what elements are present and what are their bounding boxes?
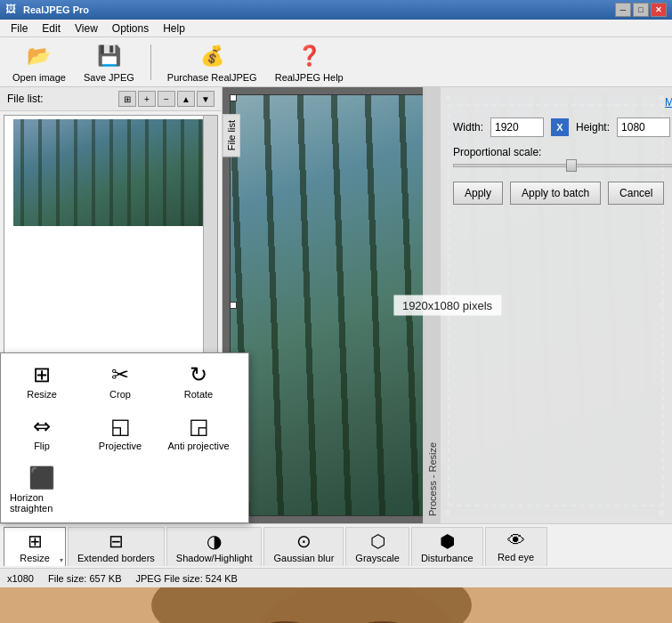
width-input[interactable] [490,117,544,137]
process-resize-panel: Process - Resize More >> Width: X Height… [423,87,672,523]
file-list-down-btn[interactable]: ▼ [197,91,215,107]
drop-rotate[interactable]: ↻ Rotate [163,359,234,403]
tab-red-eye-icon: 👁 [507,530,525,551]
dropdown-menu: ⊞ Resize ✂ Crop ↻ Rotate ⇔ Flip ◱ Projec… [0,352,249,523]
status-jpeg-size: JPEG File size: 524 KB [136,573,238,584]
image-canvas-area: File list 1920x1080 pixels Process - Res… [223,87,672,523]
drop-crop-icon: ✂ [111,362,129,387]
minimize-button[interactable]: ─ [615,3,631,17]
file-list-header: File list: ⊞ + − ▲ ▼ [0,87,222,111]
file-list-label: File list: [7,93,44,105]
file-list-vertical-tab[interactable]: File list [223,114,240,157]
file-thumbnail[interactable] [13,119,209,226]
height-label: Height: [576,121,610,134]
tab-resize-arrow: ▾ [60,556,63,564]
tab-shadow-icon: ◑ [206,530,222,552]
app-title: RealJPEG Pro [23,4,615,15]
tab-disturbance-icon: ⬢ [440,530,455,552]
save-jpeg-button[interactable]: 💾 Save JPEG [78,40,140,85]
dimensions-row: Width: X Height: pixels [453,117,672,137]
drop-flip-label: Flip [34,441,50,451]
status-bar: x1080 File size: 657 KB JPEG File size: … [0,568,672,587]
tab-ext-borders-icon: ⊟ [109,530,124,552]
drop-projective-label: Projective [99,441,142,451]
purchase-label: Purchase RealJPEG [167,72,257,83]
purchase-icon: 💰 [198,42,226,70]
menu-file[interactable]: File [4,20,35,36]
help-button[interactable]: ❓ RealJPEG Help [270,40,349,85]
process-panel-label: Process - Resize [424,87,441,523]
maximize-button[interactable]: □ [633,3,649,17]
open-image-button[interactable]: 📂 Open image [7,40,71,85]
tab-resize-label: Resize [20,553,50,563]
drop-resize-icon: ⊞ [33,362,51,387]
menu-options[interactable]: Options [105,20,156,36]
drop-resize[interactable]: ⊞ Resize [6,359,77,403]
tab-gaussian-blur[interactable]: ⊙ Gaussian blur [263,527,344,566]
tab-red-eye[interactable]: 👁 Red eye [485,527,547,566]
drop-anti-projective-icon: ◲ [189,414,209,439]
width-label: Width: [453,121,483,134]
save-jpeg-label: Save JPEG [84,72,134,83]
main-toolbar: 📂 Open image 💾 Save JPEG 💰 Purchase Real… [0,37,672,87]
resize-handle-tl[interactable] [230,94,237,101]
file-list-up-btn[interactable]: ▲ [177,91,195,107]
proportional-scale-section: Proportional scale: [453,146,672,173]
menu-view[interactable]: View [68,20,105,36]
file-list-add-btn[interactable]: + [138,91,156,107]
tab-red-eye-label: Red eye [498,552,534,562]
drop-rotate-icon: ↻ [190,362,207,387]
scale-slider-thumb[interactable] [566,159,577,172]
tab-gaussian-label: Gaussian blur [273,553,334,563]
tab-shadow-highlight[interactable]: ◑ Shadow/Highlight [166,527,263,566]
drop-projective-icon: ◱ [110,414,131,439]
proportional-scale-label: Proportional scale: [453,146,672,158]
status-resolution: x1080 [7,573,34,584]
file-list-toolbar: ⊞ + − ▲ ▼ [118,91,215,107]
tab-shadow-label: Shadow/Highlight [176,553,253,563]
tab-extended-borders[interactable]: ⊟ Extended borders [68,527,165,566]
status-file-size: File size: 657 KB [48,573,122,584]
scale-slider-track[interactable] [453,164,672,167]
tab-grayscale-icon: ⬡ [370,530,385,552]
resize-controls: More >> Width: X Height: pixels Proporti… [441,87,672,523]
toolbar-separator [150,44,151,80]
menu-help[interactable]: Help [156,20,192,36]
drop-crop[interactable]: ✂ Crop [85,359,156,403]
drop-crop-label: Crop [109,389,131,400]
apply-to-batch-button[interactable]: Apply to batch [510,182,601,205]
tab-disturbance[interactable]: ⬢ Disturbance [411,527,483,566]
more-button[interactable]: More >> [665,96,672,109]
open-image-icon: 📂 [25,42,53,70]
preview-image-area [0,587,672,623]
help-label: RealJPEG Help [275,72,344,83]
drop-horizon-straighten[interactable]: ⬛ Horizon straighten [6,462,77,517]
menu-bar: File Edit View Options Help [0,20,672,37]
bottom-area: ⊞ Resize ✂ Crop ↻ Rotate ⇔ Flip ◱ Projec… [0,523,672,568]
file-list-grid-btn[interactable]: ⊞ [118,91,136,107]
close-button[interactable]: ✕ [651,3,667,17]
cancel-button[interactable]: Cancel [608,182,664,205]
open-image-label: Open image [12,72,66,83]
tab-ext-borders-label: Extended borders [77,553,155,563]
file-list-remove-btn[interactable]: − [158,91,175,107]
drop-resize-label: Resize [27,389,57,400]
purchase-button[interactable]: 💰 Purchase RealJPEG [162,40,263,85]
tab-gaussian-icon: ⊙ [296,530,312,552]
action-buttons-row: Apply Apply to batch Cancel [453,182,672,205]
bottom-tabs-bar: ⊞ Resize ▾ ⊟ Extended borders ◑ Shadow/H… [0,523,672,568]
drop-flip-icon: ⇔ [33,414,51,439]
drop-projective[interactable]: ◱ Projective [85,410,156,455]
tab-grayscale[interactable]: ⬡ Grayscale [345,527,409,566]
drop-flip[interactable]: ⇔ Flip [6,410,77,455]
apply-button[interactable]: Apply [453,182,503,205]
resize-handle-ml[interactable] [230,302,237,309]
help-icon: ❓ [295,42,323,70]
menu-edit[interactable]: Edit [35,20,68,36]
x-badge[interactable]: X [551,118,569,136]
tab-disturbance-label: Disturbance [421,553,474,563]
woman-svg [0,587,672,623]
height-input[interactable] [617,117,670,137]
tab-resize[interactable]: ⊞ Resize ▾ [4,527,66,566]
drop-anti-projective[interactable]: ◲ Anti projective [163,410,234,455]
